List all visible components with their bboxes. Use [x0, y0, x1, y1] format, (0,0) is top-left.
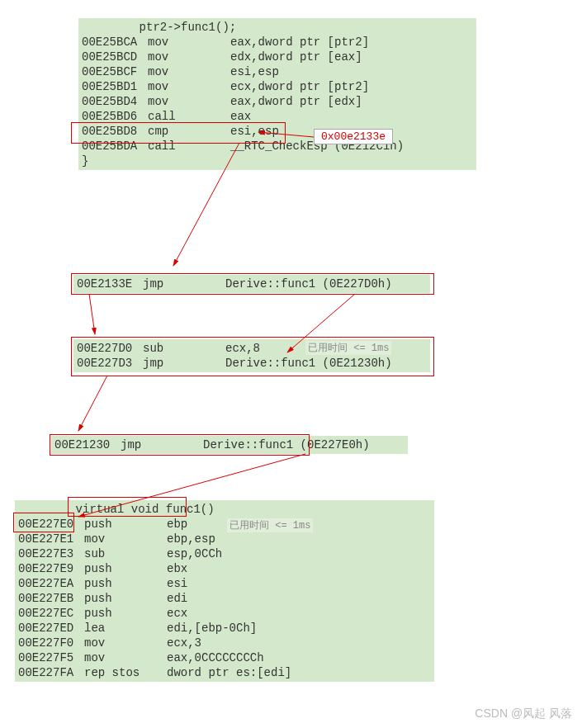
asm-row: 00E227EDleaedi,[ebp-0Ch] [15, 621, 434, 636]
svg-line-2 [89, 294, 95, 334]
closing-brace: } [78, 154, 476, 168]
asm-row: 00E227EApushesi [15, 576, 434, 591]
asm-row: 00E227E3subesp,0CCh [15, 546, 434, 561]
elapsed-time-tip: 已用时间 <= 1ms [227, 518, 313, 532]
asm-row-jmp: 00E2133EjmpDerive::func1 (0E227D0h) [73, 277, 430, 291]
asm-row: 00E25BDAcall__RTC_CheckEsp (0E212C1h) [78, 139, 476, 154]
asm-row-push-ebp: 00E227E0pushebp [15, 517, 434, 532]
asm-row: 00E227F0movecx,3 [15, 636, 434, 650]
asm-block-2: 00E2133EjmpDerive::func1 (0E227D0h) [73, 275, 430, 293]
source-line: ptr2->func1(); [78, 20, 476, 35]
asm-block-4: 00E21230jmpDerive::func1 (0E227E0h) [51, 436, 408, 454]
asm-row: 00E227E9pushebx [15, 561, 434, 576]
watermark: CSDN @风起 风落 [475, 707, 572, 721]
asm-row: 00E25BD1movecx,dword ptr [ptr2] [78, 79, 476, 94]
asm-row: 00E25BCAmoveax,dword ptr [ptr2] [78, 35, 476, 50]
asm-row-call-eax: 00E25BD6calleax [78, 109, 476, 124]
asm-row: 00E227EBpushedi [15, 591, 434, 606]
elapsed-time-tip: 已用时间 <= 1ms [305, 341, 391, 355]
asm-block-1: ptr2->func1(); 00E25BCAmoveax,dword ptr … [78, 18, 476, 170]
source-line: virtual void func1() [15, 502, 434, 517]
svg-line-4 [78, 376, 107, 431]
asm-row: 00E227ECpushecx [15, 606, 434, 621]
asm-row: 00E227FArep stosdword ptr es:[edi] [15, 665, 434, 680]
asm-row: 00E25BD4moveax,dword ptr [edx] [78, 94, 476, 109]
asm-row: 00E25BCDmovedx,dword ptr [eax] [78, 50, 476, 64]
asm-row: 00E25BD8cmpesi,esp [78, 124, 476, 139]
asm-row: 00E25BCFmovesi,esp [78, 64, 476, 79]
asm-row: 00E227E1movebp,esp [15, 532, 434, 546]
asm-row-jmp: 00E227D3jmpDerive::func1 (0E21230h) [73, 356, 430, 371]
asm-row-jmp: 00E21230jmpDerive::func1 (0E227E0h) [51, 437, 408, 452]
asm-row: 00E227F5moveax,0CCCCCCCCh [15, 650, 434, 665]
asm-block-5: virtual void func1() 00E227E0pushebp 00E… [15, 500, 434, 682]
eax-value-tooltip: 0x00e2133e [314, 129, 393, 144]
